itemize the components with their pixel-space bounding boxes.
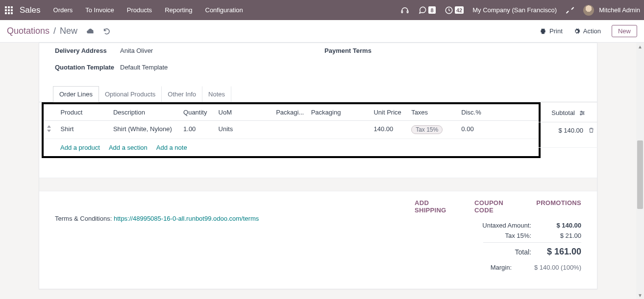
tab-other-info[interactable]: Other Info: [161, 86, 202, 102]
scrollpane[interactable]: Delivery Address Anita Oliver Payment Te…: [0, 43, 636, 299]
add-shipping-button[interactable]: ADD SHIPPING: [415, 199, 462, 214]
vertical-scrollbar[interactable]: ▲ ▼: [636, 43, 644, 299]
coupon-code-button[interactable]: COUPON CODE: [474, 199, 523, 214]
cell-uom[interactable]: Units: [216, 121, 273, 139]
add-links: Add a product Add a section Add a note: [44, 139, 539, 156]
delivery-address-label: Delivery Address: [55, 47, 120, 54]
margin-value: $ 140.00 (100%): [522, 264, 581, 271]
print-icon: [540, 28, 546, 35]
user-name: Mitchell Admin: [599, 6, 640, 14]
th-product[interactable]: Product: [58, 104, 110, 121]
brand[interactable]: Sales: [20, 5, 41, 15]
print-label: Print: [549, 27, 563, 35]
th-packaging-qty[interactable]: Packagi...: [273, 104, 308, 121]
th-unit-price[interactable]: Unit Price: [371, 104, 408, 121]
payment-terms-label: Payment Terms: [324, 47, 372, 54]
nav-configuration[interactable]: Configuration: [205, 6, 243, 14]
table-row[interactable]: Shirt Shirt (White, Nylone) 1.00 Units 1…: [44, 121, 539, 139]
untaxed-label: Untaxed Amount:: [482, 222, 531, 229]
scroll-down-icon[interactable]: ▼: [636, 291, 644, 299]
tax-tag[interactable]: Tax 15%: [411, 125, 443, 134]
action-label: Action: [583, 27, 601, 35]
topbar: Sales Orders To Invoice Products Reporti…: [0, 0, 644, 20]
cell-packaging-qty[interactable]: [273, 121, 308, 139]
tab-optional-products[interactable]: Optional Products: [99, 86, 162, 102]
th-packaging[interactable]: Packaging: [308, 104, 371, 121]
order-lines-table: Product Description Quantity UoM Packagi…: [44, 104, 539, 139]
breadcrumb-sep: /: [53, 26, 56, 36]
svg-point-7: [580, 114, 581, 115]
cell-quantity[interactable]: 1.00: [180, 121, 216, 139]
tools-icon[interactable]: [566, 6, 574, 15]
cell-taxes[interactable]: Tax 15%: [408, 121, 458, 139]
apps-icon[interactable]: [5, 6, 13, 14]
company-switcher[interactable]: My Company (San Francisco): [472, 6, 557, 14]
activities-icon[interactable]: 42: [445, 6, 464, 15]
nav-products[interactable]: Products: [127, 6, 152, 14]
th-quantity[interactable]: Quantity: [180, 104, 216, 121]
nav-orders[interactable]: Orders: [53, 6, 73, 14]
add-product-link[interactable]: Add a product: [60, 144, 100, 151]
tab-notes[interactable]: Notes: [202, 86, 231, 102]
cell-packaging[interactable]: [308, 121, 371, 139]
quotation-template-label: Quotation Template: [55, 64, 120, 71]
messages-badge: 8: [428, 6, 436, 14]
messages-icon[interactable]: 8: [418, 6, 436, 15]
terms-link[interactable]: https://48995085-16-0-all.runbot99.odoo.…: [114, 215, 259, 222]
breadcrumb-root[interactable]: Quotations: [7, 26, 50, 36]
th-disc[interactable]: Disc.%: [458, 104, 539, 121]
table-header-row: Product Description Quantity UoM Packagi…: [44, 104, 539, 121]
svg-rect-0: [401, 10, 402, 13]
margin-label: Margin:: [491, 264, 512, 271]
totals-divider: [483, 242, 581, 243]
subtotal-column: Subtotal $ 140.00: [539, 104, 597, 148]
tax-label: Tax 15%:: [505, 232, 531, 239]
scroll-thumb[interactable]: [637, 140, 643, 209]
cell-disc[interactable]: 0.00: [458, 121, 539, 139]
total-label: Total:: [515, 248, 531, 256]
th-uom[interactable]: UoM: [216, 104, 273, 121]
cell-subtotal: $ 140.00: [558, 127, 583, 134]
delivery-address-value[interactable]: Anita Oliver: [120, 47, 153, 54]
tabs: Order Lines Optional Products Other Info…: [39, 86, 597, 102]
cell-description[interactable]: Shirt (White, Nylone): [110, 121, 180, 139]
scroll-up-icon[interactable]: ▲: [636, 43, 644, 50]
gear-icon: [573, 28, 580, 35]
total-value: $ 161.00: [542, 247, 581, 257]
cell-unit-price[interactable]: 140.00: [371, 121, 408, 139]
new-button[interactable]: New: [612, 25, 637, 37]
terms-label: Terms & Conditions:: [55, 215, 114, 222]
promotions-button[interactable]: PROMOTIONS: [536, 199, 581, 214]
nav-reporting[interactable]: Reporting: [165, 6, 192, 14]
svg-point-6: [583, 112, 584, 113]
delete-row-icon[interactable]: [588, 127, 594, 134]
th-description[interactable]: Description: [110, 104, 180, 121]
untaxed-value: $ 140.00: [542, 222, 581, 229]
actionbar: Quotations / New Print Action New: [0, 20, 644, 43]
cell-product[interactable]: Shirt: [58, 121, 110, 139]
activities-badge: 42: [455, 6, 464, 14]
sheet-separator: [39, 178, 597, 191]
columns-adjust-icon[interactable]: [579, 110, 586, 116]
tax-value: $ 21.00: [542, 232, 581, 239]
discard-icon[interactable]: [103, 27, 111, 35]
add-section-link[interactable]: Add a section: [109, 144, 148, 151]
th-taxes[interactable]: Taxes: [408, 104, 458, 121]
svg-marker-4: [47, 130, 51, 132]
action-button[interactable]: Action: [573, 27, 601, 35]
drag-handle-icon[interactable]: [44, 121, 58, 139]
cloud-save-icon[interactable]: [86, 27, 95, 35]
add-note-link[interactable]: Add a note: [156, 144, 187, 151]
nav-to-invoice[interactable]: To Invoice: [85, 6, 114, 14]
th-subtotal[interactable]: Subtotal: [551, 109, 575, 116]
quotation-template-value[interactable]: Default Template: [120, 64, 168, 71]
print-button[interactable]: Print: [540, 27, 563, 35]
form-sheet: Delivery Address Anita Oliver Payment Te…: [39, 43, 597, 289]
terms-block: Terms & Conditions: https://48995085-16-…: [55, 199, 415, 274]
tab-order-lines[interactable]: Order Lines: [53, 86, 99, 102]
breadcrumb: Quotations / New: [7, 26, 111, 36]
avatar: [583, 5, 594, 16]
svg-rect-1: [407, 10, 408, 13]
headset-icon[interactable]: [400, 6, 409, 15]
user-menu[interactable]: Mitchell Admin: [583, 5, 640, 16]
